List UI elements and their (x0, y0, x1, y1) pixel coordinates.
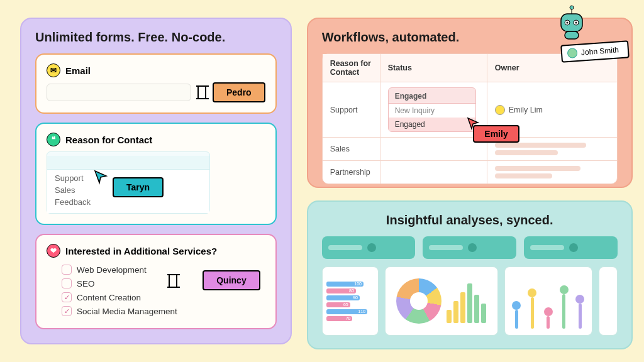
checkbox[interactable] (62, 278, 72, 288)
bar (467, 283, 472, 323)
text-cursor-icon (169, 274, 177, 288)
lollipop-chart (504, 266, 592, 336)
owner-cell: Emily Lim (509, 106, 543, 114)
col-header: Status (380, 54, 487, 82)
chat-icon: ❝ (47, 133, 60, 146)
mail-icon: ✉ (47, 63, 60, 77)
email-block: ✉ Email Pedro (35, 53, 277, 114)
svg-rect-2 (561, 14, 582, 31)
svg-point-4 (566, 22, 568, 24)
email-label: Email (65, 65, 91, 76)
bar: 110 (326, 309, 367, 314)
heart-icon: ❤ (47, 244, 60, 258)
user-tag-taryn: Taryn (113, 177, 164, 197)
checkbox[interactable] (62, 292, 72, 302)
user-tag-quincy: Quincy (203, 270, 260, 290)
avatar-icon (567, 48, 577, 58)
email-input[interactable] (47, 84, 191, 101)
analyses-title: Insightful analyses, synced. (322, 213, 618, 228)
bar (481, 304, 486, 324)
robot-icon (556, 4, 587, 35)
status-option[interactable]: New Inquiry (389, 104, 475, 118)
user-tag-emily: Emily (473, 125, 519, 143)
reason-select[interactable]: Support Sales Feedback Taryn (47, 151, 210, 214)
bar: 70 (326, 316, 353, 321)
reason-label: Reason for Contact (65, 134, 152, 145)
reason-cell: Sales (323, 138, 380, 160)
svg-point-6 (575, 22, 577, 24)
status-current: Engaged (389, 90, 475, 103)
services-label: Interested in Additional Services? (65, 246, 217, 256)
services-block: ❤ Interested in Additional Services? Web… (35, 234, 277, 329)
service-item: Social Media Management (77, 307, 177, 316)
reason-option[interactable]: Feedback (55, 196, 202, 208)
reason-cell: Support (323, 82, 380, 137)
col-header: Reason for Contact (323, 54, 380, 82)
status-option[interactable]: Engaged (389, 118, 475, 131)
text-cursor-icon (197, 85, 206, 99)
svg-rect-7 (565, 31, 579, 39)
skeleton (495, 143, 587, 148)
skeleton (495, 166, 581, 171)
hbar-chart: 100 80 90 65 110 70 (322, 266, 379, 336)
reason-cell: Partnership (323, 161, 380, 184)
stat-card (524, 236, 618, 259)
service-item: Content Creation (77, 293, 141, 302)
checkbox[interactable] (62, 306, 72, 316)
chart-card-extra (599, 266, 618, 336)
donut-icon (396, 278, 441, 324)
bar (453, 301, 458, 323)
checkbox[interactable] (62, 265, 72, 275)
forms-title: Unlimited forms. Free. No-code. (35, 30, 277, 45)
bar: 90 (326, 295, 360, 300)
status-select[interactable]: Engaged New Inquiry Engaged Emily (388, 87, 476, 132)
workflows-panel: Workflows, automated. Reason for Contact… (307, 18, 633, 188)
bar (460, 292, 465, 323)
service-item: Web Development (77, 265, 147, 275)
bar: 100 (326, 282, 364, 287)
service-item: SEO (77, 279, 95, 288)
svg-point-0 (570, 6, 574, 9)
skeleton (495, 173, 552, 178)
donut-chart (385, 266, 498, 336)
bar: 65 (326, 302, 350, 307)
stat-card (322, 236, 416, 259)
reason-block: ❝ Reason for Contact Support Sales Feedb… (35, 123, 277, 225)
user-tag-pedro: Pedro (213, 82, 265, 102)
workflow-table: Reason for Contact Status Owner Support … (322, 53, 618, 184)
floating-card-name: John Smith (580, 45, 619, 57)
bar (474, 295, 479, 324)
bar (447, 310, 452, 323)
avatar-icon (495, 105, 505, 115)
bar: 80 (326, 288, 356, 293)
forms-panel: Unlimited forms. Free. No-code. ✉ Email … (20, 18, 292, 344)
pointer-icon (94, 170, 109, 187)
analyses-panel: Insightful analyses, synced. 100 80 90 6… (307, 200, 633, 349)
skeleton (495, 150, 558, 155)
stat-card (423, 236, 516, 259)
